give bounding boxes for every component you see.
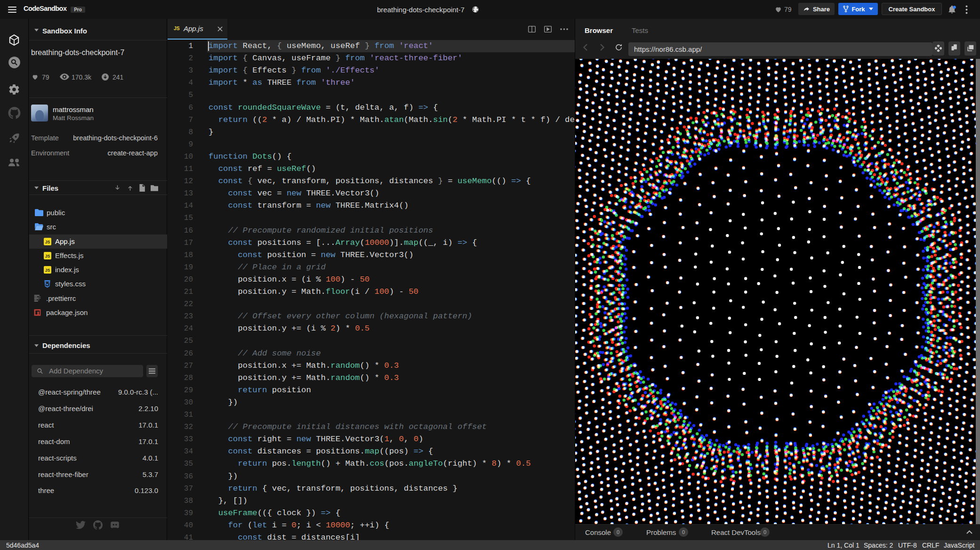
svg-text:JS: JS [45, 254, 50, 259]
svg-text:JS: JS [45, 240, 50, 244]
svg-text:JS: JS [45, 268, 50, 273]
